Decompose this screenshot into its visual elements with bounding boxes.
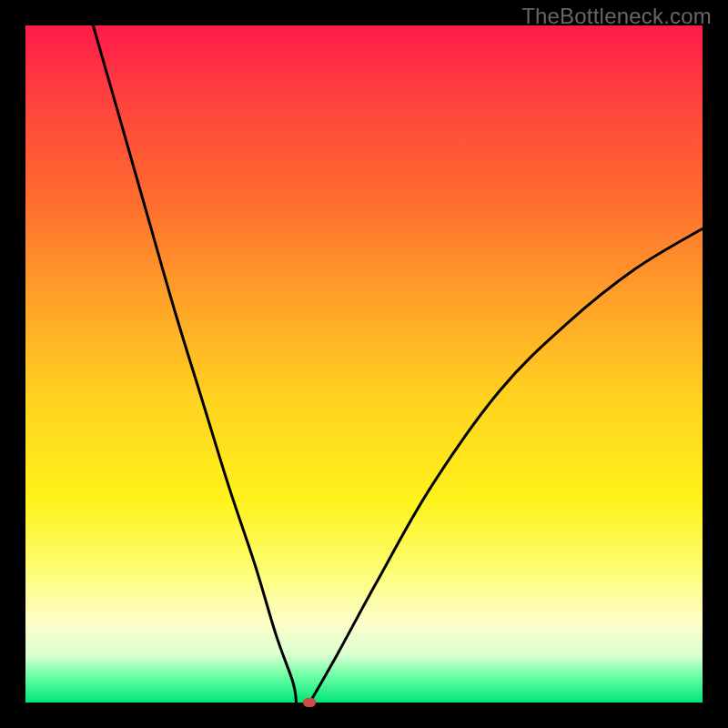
- chart-frame: TheBottleneck.com: [0, 0, 728, 728]
- watermark-text: TheBottleneck.com: [521, 4, 712, 29]
- left-branch-path: [93, 25, 296, 703]
- curve-svg: [25, 25, 703, 703]
- right-branch-path: [310, 228, 703, 703]
- plot-area: [25, 25, 703, 703]
- minimum-marker: [303, 698, 316, 707]
